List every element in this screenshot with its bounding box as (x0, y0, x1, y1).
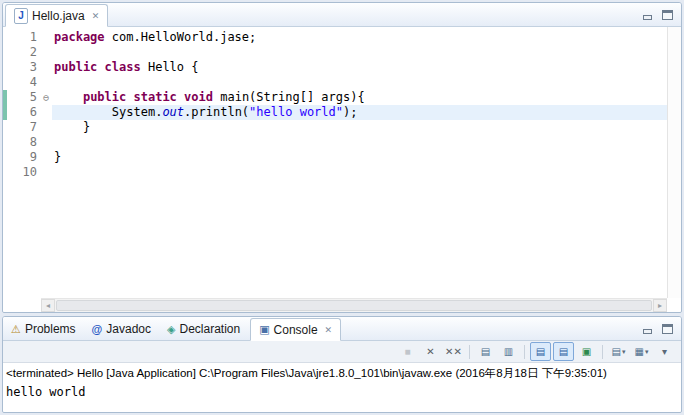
fold-gutter (40, 165, 52, 180)
line-number[interactable]: 2 (7, 45, 40, 60)
line-number[interactable]: 6 (7, 105, 40, 120)
editor-tabbar: J Hello.java ✕ (3, 3, 681, 27)
tab-problems[interactable]: ⚠ Problems (3, 318, 84, 340)
remove-launch-icon[interactable]: ✕ (420, 342, 441, 361)
clear-console-icon[interactable]: ▤ (475, 342, 496, 361)
console-window-controls (642, 324, 681, 340)
code-text: package com.HelloWorld.jase; (52, 30, 667, 45)
code-line: 2 (3, 45, 667, 60)
code-line: 3public class Hello { (3, 60, 667, 75)
scroll-right-icon[interactable]: ▸ (653, 299, 667, 312)
scrollbar-thumb[interactable] (56, 300, 652, 311)
console-text-area[interactable]: <terminated> Hello [Java Application] C:… (3, 363, 681, 412)
terminate-icon[interactable]: ■ (397, 342, 418, 361)
line-number[interactable]: 3 (7, 60, 40, 75)
tab-javadoc[interactable]: @ Javadoc (84, 318, 159, 340)
pin-console-icon[interactable]: ▣ (576, 342, 597, 361)
console-toolbar: ■✕✕✕▤▥▤▤▣▤▾▦▾▾ (3, 341, 681, 363)
show-console-on-stdout-icon[interactable]: ▤ (530, 342, 551, 361)
fold-gutter (40, 150, 52, 165)
code-line: 4 (3, 75, 667, 90)
dropdown-arrow-icon: ▾ (622, 348, 626, 356)
code-line: 8 (3, 135, 667, 150)
code-line: 5⊖ public static void main(String[] args… (3, 90, 667, 105)
console-tabbar: ⚠ Problems @ Javadoc ◈ Declaration ▣ Con… (3, 317, 681, 341)
editor-tab-hello-java[interactable]: J Hello.java ✕ (5, 4, 108, 27)
code-text: } (52, 120, 667, 135)
display-selected-console-icon[interactable]: ▤▾ (608, 342, 629, 361)
code-text (52, 135, 667, 150)
console-icon: ▣ (259, 324, 269, 335)
tab-console[interactable]: ▣ Console ✕ (250, 318, 341, 341)
code-text: System.out.println("hello world"); (52, 105, 667, 120)
dropdown-arrow-icon: ▾ (645, 348, 649, 356)
line-number[interactable]: 4 (7, 75, 40, 90)
line-number[interactable]: 7 (7, 120, 40, 135)
minimize-icon[interactable] (642, 10, 653, 20)
code-line: 1package com.HelloWorld.jase; (3, 30, 667, 45)
toolbar-separator (469, 345, 470, 359)
code-line: 10 (3, 165, 667, 180)
fold-collapse-icon[interactable]: ⊖ (40, 90, 52, 105)
console-view: ⚠ Problems @ Javadoc ◈ Declaration ▣ Con… (2, 316, 682, 413)
code-text: public class Hello { (52, 60, 667, 75)
horizontal-scrollbar[interactable]: ◂ ▸ (41, 298, 667, 312)
line-number[interactable]: 9 (7, 150, 40, 165)
fold-gutter (40, 120, 52, 135)
open-console-icon[interactable]: ▦▾ (631, 342, 652, 361)
close-icon[interactable]: ✕ (325, 325, 333, 335)
tab-declaration-label: Declaration (179, 322, 240, 336)
code-text (52, 45, 667, 60)
fold-gutter (40, 45, 52, 60)
minimize-icon[interactable] (642, 324, 653, 334)
toolbar-separator (524, 345, 525, 359)
line-number[interactable]: 8 (7, 135, 40, 150)
tab-declaration[interactable]: ◈ Declaration (159, 318, 248, 340)
code-line: 6 System.out.println("hello world"); (3, 105, 667, 120)
remove-all-terminated-icon[interactable]: ✕✕ (443, 342, 464, 361)
editor-tab-label: Hello.java (32, 9, 85, 23)
code-text (52, 75, 667, 90)
code-text: public static void main(String[] args){ (52, 90, 667, 105)
editor-body[interactable]: 1package com.HelloWorld.jase;23public cl… (3, 27, 681, 312)
view-menu-icon[interactable]: ▾ (654, 342, 675, 361)
editor-window-controls (642, 10, 681, 26)
fold-gutter (40, 105, 52, 120)
line-number[interactable]: 1 (7, 30, 40, 45)
code-line: 7 } (3, 120, 667, 135)
line-number[interactable]: 5 (7, 90, 40, 105)
maximize-icon[interactable] (662, 324, 673, 334)
close-icon[interactable]: ✕ (92, 11, 100, 21)
maximize-icon[interactable] (662, 10, 673, 20)
scroll-left-icon[interactable]: ◂ (41, 299, 55, 312)
fold-gutter (40, 135, 52, 150)
fold-gutter (40, 60, 52, 75)
javadoc-icon: @ (92, 324, 103, 335)
declaration-icon: ◈ (167, 324, 175, 335)
code-text (52, 165, 667, 180)
editor-view: J Hello.java ✕ 1package com.HelloWorld.j… (2, 2, 682, 313)
java-file-icon: J (14, 8, 28, 24)
console-status-line: <terminated> Hello [Java Application] C:… (3, 363, 681, 381)
code-text: } (52, 150, 667, 165)
show-console-on-stderr-icon[interactable]: ▤ (553, 342, 574, 361)
fold-gutter (40, 30, 52, 45)
tab-problems-label: Problems (25, 322, 76, 336)
problems-icon: ⚠ (11, 324, 21, 335)
toolbar-separator (602, 345, 603, 359)
line-number[interactable]: 10 (7, 165, 40, 180)
code-line: 9} (3, 150, 667, 165)
scroll-lock-icon[interactable]: ▥ (498, 342, 519, 361)
code-rows[interactable]: 1package com.HelloWorld.jase;23public cl… (3, 30, 667, 298)
overview-ruler[interactable] (667, 27, 681, 298)
console-output-line: hello world (3, 381, 681, 399)
tab-console-label: Console (274, 323, 318, 337)
fold-gutter (40, 75, 52, 90)
tab-javadoc-label: Javadoc (106, 322, 151, 336)
